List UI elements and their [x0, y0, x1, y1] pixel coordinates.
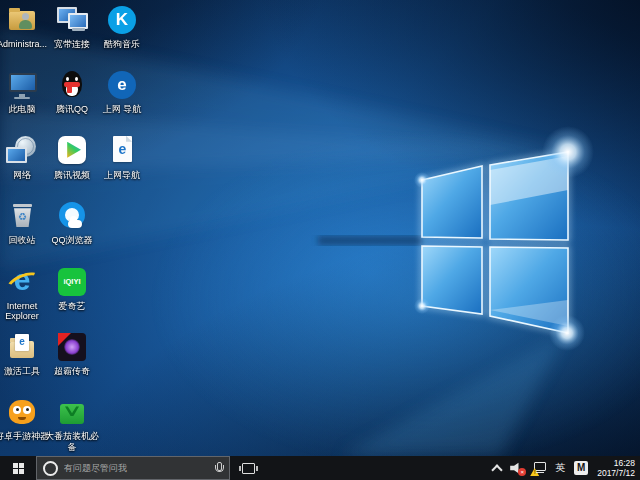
network-icon	[5, 135, 39, 167]
legend-game-icon	[55, 331, 89, 363]
search-placeholder: 有问题尽管问我	[64, 462, 208, 475]
activation-tool-icon: e	[5, 331, 39, 363]
icon-label: QQ浏览器	[40, 235, 104, 246]
icon-label-line2: Explorer	[0, 311, 54, 322]
icon-label: 上网导航	[90, 170, 154, 181]
microphone-icon[interactable]	[214, 462, 223, 475]
icon-label: 酷狗音乐	[90, 39, 154, 50]
internet-explorer-icon: e	[5, 266, 39, 298]
desktop-icon-kugou-music[interactable]: K酷狗音乐	[90, 4, 154, 50]
task-view-icon	[242, 463, 255, 474]
desktop-icon-qq-browser[interactable]: QQ浏览器	[40, 200, 104, 246]
cortana-icon	[43, 461, 58, 476]
show-hidden-icons-chevron[interactable]	[492, 464, 503, 475]
icon-label: 上网 导航	[90, 104, 154, 115]
administrator-icon	[5, 4, 39, 36]
icon-label: 爱奇艺	[40, 301, 104, 312]
desktop: Administra...宽带连接K酷狗音乐此电脑腾讯QQe上网 导航网络腾讯视…	[0, 0, 640, 480]
desktop-icon-datomato-pc-essentials[interactable]: 大番茄装机必备	[40, 396, 104, 452]
this-pc-icon	[5, 69, 39, 101]
clock-date: 2017/7/12	[597, 468, 635, 478]
task-view-button[interactable]	[235, 456, 261, 480]
windows-logo-icon	[13, 463, 24, 474]
haozhuo-mobile-game-tool-icon	[5, 396, 39, 428]
clock-time: 16:28	[597, 458, 635, 468]
language-indicator[interactable]: 英	[555, 461, 565, 475]
datomato-pc-essentials-icon	[55, 396, 89, 428]
tencent-video-icon	[55, 135, 89, 167]
system-tray: 英 M 16:28 2017/7/12	[493, 456, 640, 480]
ime-mode-icon[interactable]: M	[574, 461, 588, 475]
broadband-connection-icon	[55, 4, 89, 36]
recycle-bin-icon	[5, 200, 39, 232]
tencent-qq-icon	[55, 69, 89, 101]
desktop-icon-legend-game[interactable]: 超霸传奇	[40, 331, 104, 377]
internet-navigation-doc-icon: e	[105, 135, 139, 167]
iqiyi-icon: iQIYI	[55, 266, 89, 298]
mute-badge	[518, 468, 526, 476]
desktop-icons: Administra...宽带连接K酷狗音乐此电脑腾讯QQe上网 导航网络腾讯视…	[0, 0, 640, 456]
desktop-icon-internet-navigation-doc[interactable]: e上网导航	[90, 135, 154, 181]
icon-label: 超霸传奇	[40, 366, 104, 377]
warning-badge	[530, 468, 539, 476]
qq-browser-icon	[55, 200, 89, 232]
internet-navigation-icon: e	[105, 69, 139, 101]
icon-label: 大番茄装机必	[40, 431, 104, 442]
desktop-icon-iqiyi[interactable]: iQIYI爱奇艺	[40, 266, 104, 312]
taskbar-search[interactable]: 有问题尽管问我	[36, 456, 230, 480]
start-button[interactable]	[0, 456, 36, 480]
taskbar-empty-area	[261, 456, 493, 480]
desktop-icon-internet-navigation[interactable]: e上网 导航	[90, 69, 154, 115]
volume-muted-icon[interactable]	[510, 462, 523, 474]
icon-label-line2: 备	[40, 442, 104, 453]
kugou-music-icon: K	[105, 4, 139, 36]
taskbar: 有问题尽管问我 英 M 16:28 2017/7/12	[0, 456, 640, 480]
taskbar-clock[interactable]: 16:28 2017/7/12	[597, 458, 635, 478]
network-warning-icon[interactable]	[532, 462, 546, 474]
